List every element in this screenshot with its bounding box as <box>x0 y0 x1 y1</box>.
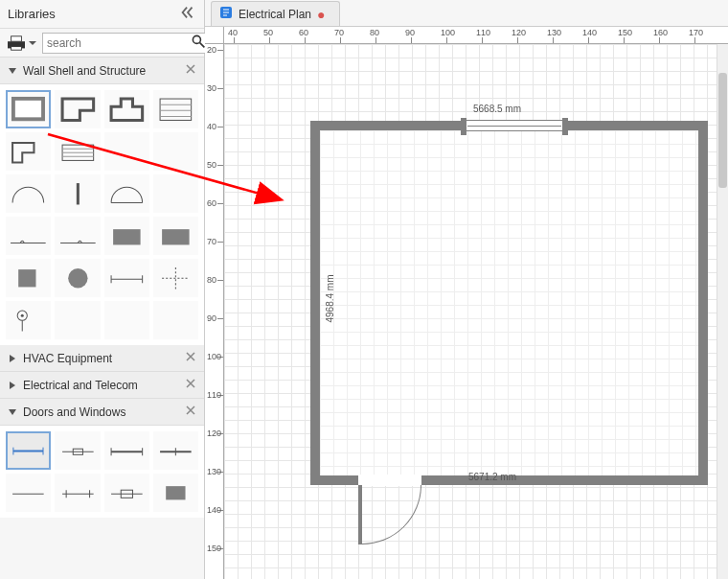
section-doors[interactable]: Doors and Windows <box>0 399 204 426</box>
wall-shapes-grid <box>0 84 204 345</box>
svg-point-22 <box>68 268 87 288</box>
svg-point-3 <box>193 35 200 43</box>
scroll-thumb[interactable] <box>718 73 727 188</box>
search-box[interactable] <box>42 33 211 54</box>
section-doors-label: Doors and Windows <box>23 405 125 419</box>
door-shape-5[interactable] <box>6 474 51 512</box>
svg-rect-20 <box>162 229 189 244</box>
svg-rect-19 <box>113 229 140 244</box>
shape-empty2[interactable] <box>153 132 198 171</box>
room-outline[interactable] <box>310 121 708 485</box>
canvas-wrap: 405060708090100110120130140150160170 203… <box>205 27 728 579</box>
section-elec-label: Electrical and Telecom <box>23 379 138 392</box>
chevron-right-icon <box>8 354 17 363</box>
chevron-down-icon <box>8 66 17 76</box>
shape-ledge2[interactable] <box>55 217 100 255</box>
library-title: Libraries <box>8 7 179 21</box>
shape-e4[interactable] <box>55 301 100 339</box>
shape-cross[interactable] <box>153 259 198 297</box>
shape-ledge1[interactable] <box>6 217 51 255</box>
shape-empty1[interactable] <box>104 132 149 171</box>
vertical-ruler: 2030405060708090100110120130140150 <box>205 44 224 579</box>
tab-bar: Electrical Plan ● <box>205 0 728 27</box>
close-icon[interactable] <box>185 405 196 419</box>
shape-troom[interactable] <box>104 90 149 128</box>
svg-rect-7 <box>160 99 192 120</box>
shape-vline[interactable] <box>55 174 100 213</box>
shape-circ[interactable] <box>55 259 100 297</box>
svg-rect-47 <box>166 486 185 499</box>
shape-lroom[interactable] <box>55 90 100 128</box>
library-preset-icon[interactable] <box>6 35 36 52</box>
library-toolbar <box>0 29 204 58</box>
door-shape-1[interactable] <box>6 431 51 470</box>
editor-area: Electrical Plan ● 4050607080901001101201… <box>205 0 728 579</box>
document-icon <box>219 6 233 22</box>
close-icon[interactable] <box>185 351 196 365</box>
close-icon[interactable] <box>185 63 196 78</box>
door-shape-8[interactable] <box>153 474 198 512</box>
shape-fillrect2[interactable] <box>153 217 198 255</box>
library-panel: Libraries Wall Shell <box>0 0 205 579</box>
svg-point-29 <box>21 313 24 316</box>
dim-top: 5668.5 mm <box>473 104 521 114</box>
door-shape-7[interactable] <box>104 474 149 512</box>
shape-e5[interactable] <box>104 301 149 339</box>
door-shape-3[interactable] <box>104 431 149 470</box>
chevron-right-icon <box>8 381 17 390</box>
shape-dim[interactable] <box>104 259 149 297</box>
horizontal-ruler: 405060708090100110120130140150160170 <box>224 27 728 44</box>
vertical-scrollbar[interactable] <box>717 44 728 579</box>
shape-hatched[interactable] <box>55 132 100 171</box>
svg-rect-2 <box>11 46 22 50</box>
shape-sq[interactable] <box>6 259 51 297</box>
svg-rect-21 <box>18 269 35 287</box>
section-elec[interactable]: Electrical and Telecom <box>0 372 204 399</box>
tab-label: Electrical Plan <box>239 8 311 21</box>
svg-rect-1 <box>11 35 22 40</box>
section-wall[interactable]: Wall Shell and Structure <box>0 58 204 84</box>
svg-line-4 <box>200 43 205 48</box>
door-shape-2[interactable] <box>55 431 100 470</box>
shape-empty3[interactable] <box>153 174 198 213</box>
section-hvac[interactable]: HVAC Equipment <box>0 345 204 372</box>
shape-room[interactable] <box>6 90 51 128</box>
room-interior <box>320 130 698 475</box>
shape-e6[interactable] <box>153 301 198 339</box>
shape-lwall2[interactable] <box>6 132 51 171</box>
ruler-origin <box>205 27 224 44</box>
tab-electrical-plan[interactable]: Electrical Plan ● <box>211 1 340 26</box>
section-hvac-label: HVAC Equipment <box>23 352 112 365</box>
shape-arc1[interactable] <box>6 174 51 213</box>
door-swing-arc <box>358 485 421 544</box>
search-icon[interactable] <box>191 34 206 52</box>
shape-arc2[interactable] <box>104 174 149 213</box>
library-header: Libraries <box>0 0 204 29</box>
section-wall-label: Wall Shell and Structure <box>23 64 146 78</box>
chevron-down-icon <box>8 407 17 417</box>
svg-rect-6 <box>15 101 41 118</box>
dirty-indicator-icon: ● <box>317 8 325 21</box>
window-top[interactable] <box>464 120 565 131</box>
dim-bottom: 5671.2 mm <box>468 472 516 482</box>
search-input[interactable] <box>47 36 191 50</box>
collapse-panel-icon[interactable] <box>179 4 196 24</box>
doors-shapes-grid <box>0 426 204 518</box>
door-shape-4[interactable] <box>153 431 198 470</box>
shape-slab[interactable] <box>153 90 198 128</box>
canvas[interactable]: 5668.5 mm 5671.2 mm 4968.4 mm 4968.4 mm <box>224 44 717 579</box>
shape-ring[interactable] <box>6 301 51 339</box>
shape-fillrect[interactable] <box>104 217 149 255</box>
dim-left: 4968.4 mm <box>325 274 335 322</box>
close-icon[interactable] <box>185 378 196 392</box>
dropdown-icon <box>29 41 36 45</box>
door-shape-6[interactable] <box>55 474 100 512</box>
